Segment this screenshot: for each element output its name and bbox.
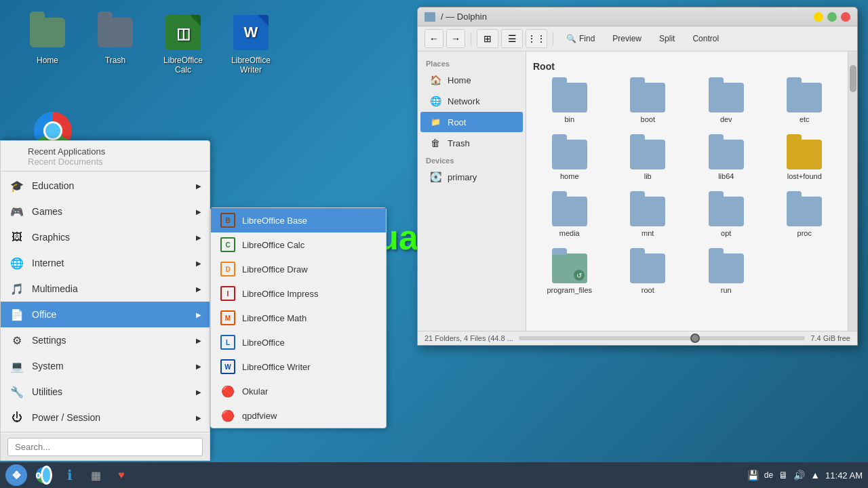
sidebar-item-root[interactable]: 📁 Root — [420, 112, 523, 132]
root-icon: 📁 — [429, 115, 442, 129]
menu-item-system[interactable]: 💻 System ▶ — [1, 353, 210, 379]
menu-item-settings[interactable]: ⚙ Settings ▶ — [1, 327, 210, 353]
desktop-icon-home[interactable]: Home — [20, 14, 75, 75]
menu-item-internet[interactable]: 🌐 Internet ▶ — [1, 250, 210, 276]
arrow-icon: ▶ — [196, 337, 201, 344]
menu-item-power[interactable]: ⏻ Power / Session ▶ — [1, 405, 210, 430]
folder-icon — [630, 140, 665, 169]
menu-item-games[interactable]: 🎮 Games ▶ — [1, 199, 210, 224]
folder-icon — [709, 83, 744, 113]
menu-divider-2 — [1, 432, 210, 432]
lo-base-icon: B — [220, 213, 235, 228]
trash-icon-label: Trash — [105, 56, 125, 65]
search-icon: 🔍 — [566, 34, 576, 43]
taskbar-help[interactable]: ℹ — [59, 464, 81, 486]
file-name: media — [559, 229, 580, 237]
file-name: lost+found — [787, 172, 822, 180]
start-button[interactable]: ❖ — [5, 464, 27, 486]
taskbar-files[interactable]: ▦ — [85, 464, 106, 486]
submenu-item-lo-writer[interactable]: W LibreOffice Writer — [211, 354, 386, 379]
find-button[interactable]: 🔍 Find — [559, 30, 602, 47]
sidebar-item-network[interactable]: 🌐 Network — [420, 91, 523, 111]
file-item-root[interactable]: root — [612, 248, 685, 300]
network-tray-icon[interactable]: ▲ — [810, 470, 820, 481]
control-button[interactable]: Control — [685, 30, 726, 47]
menu-item-graphics[interactable]: 🖼 Graphics ▶ — [1, 224, 210, 250]
submenu-item-okular[interactable]: 🔴 Okular — [211, 379, 386, 403]
home-icon-label: Home — [37, 56, 58, 65]
file-item-media[interactable]: media — [533, 191, 606, 243]
menu-item-multimedia[interactable]: 🎵 Multimedia ▶ — [1, 276, 210, 302]
view-list-button[interactable]: ☰ — [501, 29, 523, 48]
submenu-item-lo-impress[interactable]: I LibreOffice Impress — [211, 281, 386, 306]
taskbar-chromium[interactable] — [33, 464, 55, 486]
file-item-home[interactable]: home — [533, 134, 606, 186]
submenu-item-qpdfview[interactable]: 🔴 qpdfview — [211, 403, 386, 428]
submenu-item-lo-calc[interactable]: C LibreOffice Calc — [211, 232, 386, 257]
menu-item-recent[interactable]: Recent Applications Recent Documents — [1, 141, 210, 169]
dolphin-titlebar: / — Dolphin — [418, 7, 857, 26]
menu-item-utilities[interactable]: 🔧 Utilities ▶ — [1, 379, 210, 405]
folder-icon — [787, 197, 822, 226]
submenu-item-lo-draw[interactable]: D LibreOffice Draw — [211, 257, 386, 281]
search-input[interactable] — [7, 438, 203, 456]
menu-item-education[interactable]: 🎓 Education ▶ — [1, 173, 210, 199]
file-item-dev[interactable]: dev — [690, 77, 763, 129]
file-item-program-files[interactable]: ↺ program_files — [533, 248, 606, 300]
back-button[interactable]: ← — [425, 29, 443, 48]
volume-icon[interactable]: 🔊 — [793, 470, 805, 481]
path-bar: Root — [533, 58, 841, 77]
file-item-opt[interactable]: opt — [690, 191, 763, 243]
dolphin-main[interactable]: Root bin boot dev — [526, 52, 848, 331]
okular-icon: 🔴 — [220, 384, 235, 399]
preview-button[interactable]: Preview — [605, 30, 649, 47]
monitor-icon[interactable]: 🖥 — [778, 470, 788, 481]
hdd-icon[interactable]: 💾 — [747, 470, 759, 481]
zoom-slider[interactable] — [519, 336, 805, 340]
folder-icon — [709, 197, 744, 226]
folder-icon — [709, 140, 744, 169]
keyboard-layout[interactable]: de — [764, 470, 773, 480]
minimize-button[interactable] — [814, 12, 823, 22]
submenu-item-lo-start[interactable]: L LibreOffice — [211, 330, 386, 354]
taskbar-redapp[interactable]: ♥ — [111, 464, 132, 486]
file-item-bin[interactable]: bin — [533, 77, 606, 129]
split-button[interactable]: Split — [652, 30, 682, 47]
submenu-item-lo-base[interactable]: B LibreOffice Base — [211, 208, 386, 232]
office-submenu: B LibreOffice Base C LibreOffice Calc D … — [210, 207, 387, 428]
desktop-icons-area: Home Trash ◫ LibreOffice Calc — [20, 14, 278, 75]
dolphin-toolbar: ← → ⊞ ☰ ⋮⋮ 🔍 Find Preview Split Control — [418, 26, 857, 52]
close-button[interactable] — [841, 12, 850, 22]
desktop-icon-trash[interactable]: Trash — [88, 14, 142, 75]
file-name: proc — [797, 229, 812, 237]
sidebar-item-trash[interactable]: 🗑 Trash — [420, 133, 523, 153]
desktop-icon-writer[interactable]: W LibreOffice Writer — [224, 14, 278, 75]
file-item-run[interactable]: run — [690, 248, 763, 300]
file-item-mnt[interactable]: mnt — [612, 191, 685, 243]
lo-calc-icon: C — [220, 237, 235, 252]
scrollbar[interactable] — [848, 52, 857, 331]
sidebar-item-home[interactable]: 🏠 Home — [420, 70, 523, 90]
file-item-etc[interactable]: etc — [768, 77, 842, 129]
internet-icon: 🌐 — [9, 255, 25, 271]
arrow-icon: ▶ — [196, 388, 201, 396]
file-item-boot[interactable]: boot — [612, 77, 685, 129]
view-icons-button[interactable]: ⊞ — [477, 29, 498, 48]
recent-docs-label: Recent Documents — [28, 157, 103, 167]
file-item-lib[interactable]: lib — [612, 134, 685, 186]
file-name: program_files — [547, 286, 592, 294]
menu-item-office[interactable]: 📄 Office ▶ — [1, 302, 210, 327]
arrow-icon: ▶ — [196, 414, 201, 422]
maximize-button[interactable] — [827, 12, 837, 22]
dolphin-title: / — Dolphin — [441, 12, 814, 22]
file-item-proc[interactable]: proc — [768, 191, 842, 243]
file-item-lost-found[interactable]: lost+found — [768, 134, 842, 186]
settings-icon: ⚙ — [9, 332, 25, 348]
view-columns-button[interactable]: ⋮⋮ — [526, 29, 547, 48]
desktop-icon-calc[interactable]: ◫ LibreOffice Calc — [156, 14, 210, 75]
arrow-icon: ▶ — [196, 260, 201, 267]
submenu-item-lo-math[interactable]: M LibreOffice Math — [211, 306, 386, 330]
file-item-lib64[interactable]: lib64 — [690, 134, 763, 186]
sidebar-item-primary[interactable]: 💽 primary — [420, 167, 523, 187]
forward-button[interactable]: → — [446, 29, 465, 48]
